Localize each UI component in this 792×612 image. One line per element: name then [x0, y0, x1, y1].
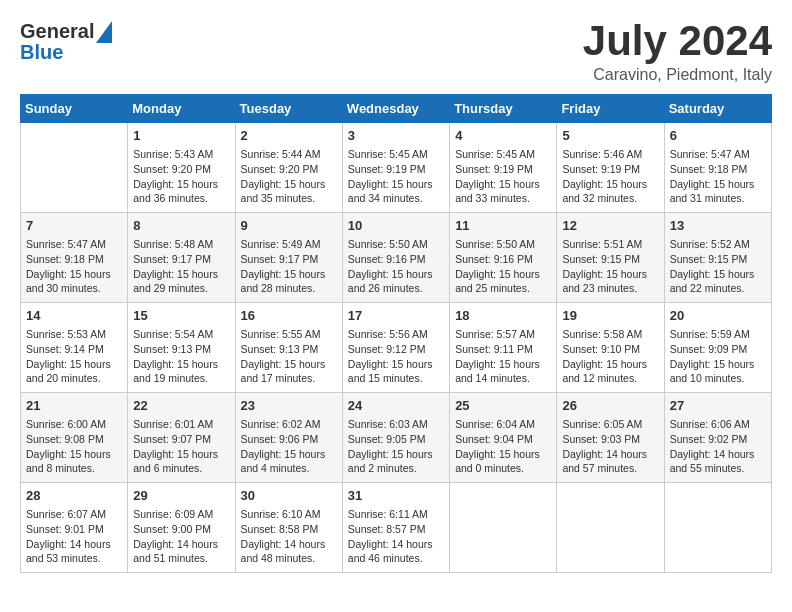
calendar-cell	[450, 483, 557, 573]
calendar-cell: 16Sunrise: 5:55 AM Sunset: 9:13 PM Dayli…	[235, 303, 342, 393]
calendar-cell: 26Sunrise: 6:05 AM Sunset: 9:03 PM Dayli…	[557, 393, 664, 483]
day-number: 17	[348, 307, 444, 325]
weekday-header-monday: Monday	[128, 95, 235, 123]
calendar-cell: 27Sunrise: 6:06 AM Sunset: 9:02 PM Dayli…	[664, 393, 771, 483]
day-number: 8	[133, 217, 229, 235]
day-number: 10	[348, 217, 444, 235]
day-info: Sunrise: 6:04 AM Sunset: 9:04 PM Dayligh…	[455, 417, 551, 476]
day-info: Sunrise: 5:54 AM Sunset: 9:13 PM Dayligh…	[133, 327, 229, 386]
calendar-cell: 19Sunrise: 5:58 AM Sunset: 9:10 PM Dayli…	[557, 303, 664, 393]
calendar-cell: 9Sunrise: 5:49 AM Sunset: 9:17 PM Daylig…	[235, 213, 342, 303]
day-number: 9	[241, 217, 337, 235]
day-number: 20	[670, 307, 766, 325]
calendar-week-row: 14Sunrise: 5:53 AM Sunset: 9:14 PM Dayli…	[21, 303, 772, 393]
day-info: Sunrise: 5:50 AM Sunset: 9:16 PM Dayligh…	[348, 237, 444, 296]
day-number: 28	[26, 487, 122, 505]
calendar-week-row: 7Sunrise: 5:47 AM Sunset: 9:18 PM Daylig…	[21, 213, 772, 303]
day-number: 23	[241, 397, 337, 415]
calendar-cell: 4Sunrise: 5:45 AM Sunset: 9:19 PM Daylig…	[450, 123, 557, 213]
calendar-cell: 17Sunrise: 5:56 AM Sunset: 9:12 PM Dayli…	[342, 303, 449, 393]
calendar-week-row: 21Sunrise: 6:00 AM Sunset: 9:08 PM Dayli…	[21, 393, 772, 483]
day-number: 11	[455, 217, 551, 235]
logo-blue: Blue	[20, 41, 112, 64]
day-info: Sunrise: 6:00 AM Sunset: 9:08 PM Dayligh…	[26, 417, 122, 476]
calendar-cell: 7Sunrise: 5:47 AM Sunset: 9:18 PM Daylig…	[21, 213, 128, 303]
day-number: 4	[455, 127, 551, 145]
calendar-cell	[21, 123, 128, 213]
title-block: July 2024 Caravino, Piedmont, Italy	[583, 20, 772, 84]
day-info: Sunrise: 6:05 AM Sunset: 9:03 PM Dayligh…	[562, 417, 658, 476]
day-number: 25	[455, 397, 551, 415]
day-number: 6	[670, 127, 766, 145]
calendar-cell: 6Sunrise: 5:47 AM Sunset: 9:18 PM Daylig…	[664, 123, 771, 213]
weekday-header-row: SundayMondayTuesdayWednesdayThursdayFrid…	[21, 95, 772, 123]
calendar-cell: 14Sunrise: 5:53 AM Sunset: 9:14 PM Dayli…	[21, 303, 128, 393]
calendar-cell: 11Sunrise: 5:50 AM Sunset: 9:16 PM Dayli…	[450, 213, 557, 303]
day-number: 3	[348, 127, 444, 145]
calendar-cell: 22Sunrise: 6:01 AM Sunset: 9:07 PM Dayli…	[128, 393, 235, 483]
day-info: Sunrise: 5:51 AM Sunset: 9:15 PM Dayligh…	[562, 237, 658, 296]
day-number: 2	[241, 127, 337, 145]
weekday-header-sunday: Sunday	[21, 95, 128, 123]
weekday-header-tuesday: Tuesday	[235, 95, 342, 123]
day-info: Sunrise: 5:50 AM Sunset: 9:16 PM Dayligh…	[455, 237, 551, 296]
day-info: Sunrise: 5:58 AM Sunset: 9:10 PM Dayligh…	[562, 327, 658, 386]
day-number: 16	[241, 307, 337, 325]
day-number: 14	[26, 307, 122, 325]
calendar-cell: 13Sunrise: 5:52 AM Sunset: 9:15 PM Dayli…	[664, 213, 771, 303]
day-info: Sunrise: 6:11 AM Sunset: 8:57 PM Dayligh…	[348, 507, 444, 566]
calendar-cell: 5Sunrise: 5:46 AM Sunset: 9:19 PM Daylig…	[557, 123, 664, 213]
day-info: Sunrise: 5:49 AM Sunset: 9:17 PM Dayligh…	[241, 237, 337, 296]
day-info: Sunrise: 6:06 AM Sunset: 9:02 PM Dayligh…	[670, 417, 766, 476]
calendar-cell: 12Sunrise: 5:51 AM Sunset: 9:15 PM Dayli…	[557, 213, 664, 303]
calendar-cell: 18Sunrise: 5:57 AM Sunset: 9:11 PM Dayli…	[450, 303, 557, 393]
calendar-cell: 23Sunrise: 6:02 AM Sunset: 9:06 PM Dayli…	[235, 393, 342, 483]
day-info: Sunrise: 5:48 AM Sunset: 9:17 PM Dayligh…	[133, 237, 229, 296]
logo: General Blue	[20, 20, 112, 64]
calendar-week-row: 28Sunrise: 6:07 AM Sunset: 9:01 PM Dayli…	[21, 483, 772, 573]
day-info: Sunrise: 5:44 AM Sunset: 9:20 PM Dayligh…	[241, 147, 337, 206]
day-number: 18	[455, 307, 551, 325]
day-number: 24	[348, 397, 444, 415]
day-info: Sunrise: 6:07 AM Sunset: 9:01 PM Dayligh…	[26, 507, 122, 566]
day-number: 13	[670, 217, 766, 235]
calendar-cell: 24Sunrise: 6:03 AM Sunset: 9:05 PM Dayli…	[342, 393, 449, 483]
calendar-cell: 21Sunrise: 6:00 AM Sunset: 9:08 PM Dayli…	[21, 393, 128, 483]
day-number: 30	[241, 487, 337, 505]
day-number: 5	[562, 127, 658, 145]
day-info: Sunrise: 5:59 AM Sunset: 9:09 PM Dayligh…	[670, 327, 766, 386]
day-number: 15	[133, 307, 229, 325]
calendar-cell	[557, 483, 664, 573]
day-info: Sunrise: 5:45 AM Sunset: 9:19 PM Dayligh…	[455, 147, 551, 206]
day-info: Sunrise: 5:52 AM Sunset: 9:15 PM Dayligh…	[670, 237, 766, 296]
calendar-cell: 29Sunrise: 6:09 AM Sunset: 9:00 PM Dayli…	[128, 483, 235, 573]
day-number: 22	[133, 397, 229, 415]
weekday-header-saturday: Saturday	[664, 95, 771, 123]
day-info: Sunrise: 5:57 AM Sunset: 9:11 PM Dayligh…	[455, 327, 551, 386]
location-title: Caravino, Piedmont, Italy	[583, 66, 772, 84]
svg-marker-0	[96, 21, 112, 43]
calendar-week-row: 1Sunrise: 5:43 AM Sunset: 9:20 PM Daylig…	[21, 123, 772, 213]
day-info: Sunrise: 6:10 AM Sunset: 8:58 PM Dayligh…	[241, 507, 337, 566]
day-number: 31	[348, 487, 444, 505]
calendar-cell: 20Sunrise: 5:59 AM Sunset: 9:09 PM Dayli…	[664, 303, 771, 393]
logo-triangle-icon	[96, 21, 112, 43]
day-info: Sunrise: 5:56 AM Sunset: 9:12 PM Dayligh…	[348, 327, 444, 386]
weekday-header-thursday: Thursday	[450, 95, 557, 123]
calendar-cell: 25Sunrise: 6:04 AM Sunset: 9:04 PM Dayli…	[450, 393, 557, 483]
day-info: Sunrise: 5:43 AM Sunset: 9:20 PM Dayligh…	[133, 147, 229, 206]
day-number: 12	[562, 217, 658, 235]
calendar-cell: 15Sunrise: 5:54 AM Sunset: 9:13 PM Dayli…	[128, 303, 235, 393]
weekday-header-friday: Friday	[557, 95, 664, 123]
calendar-cell: 30Sunrise: 6:10 AM Sunset: 8:58 PM Dayli…	[235, 483, 342, 573]
day-number: 29	[133, 487, 229, 505]
day-info: Sunrise: 5:47 AM Sunset: 9:18 PM Dayligh…	[670, 147, 766, 206]
day-number: 7	[26, 217, 122, 235]
day-info: Sunrise: 5:55 AM Sunset: 9:13 PM Dayligh…	[241, 327, 337, 386]
day-info: Sunrise: 6:01 AM Sunset: 9:07 PM Dayligh…	[133, 417, 229, 476]
day-number: 27	[670, 397, 766, 415]
day-info: Sunrise: 5:45 AM Sunset: 9:19 PM Dayligh…	[348, 147, 444, 206]
day-number: 19	[562, 307, 658, 325]
day-info: Sunrise: 6:09 AM Sunset: 9:00 PM Dayligh…	[133, 507, 229, 566]
calendar-cell	[664, 483, 771, 573]
